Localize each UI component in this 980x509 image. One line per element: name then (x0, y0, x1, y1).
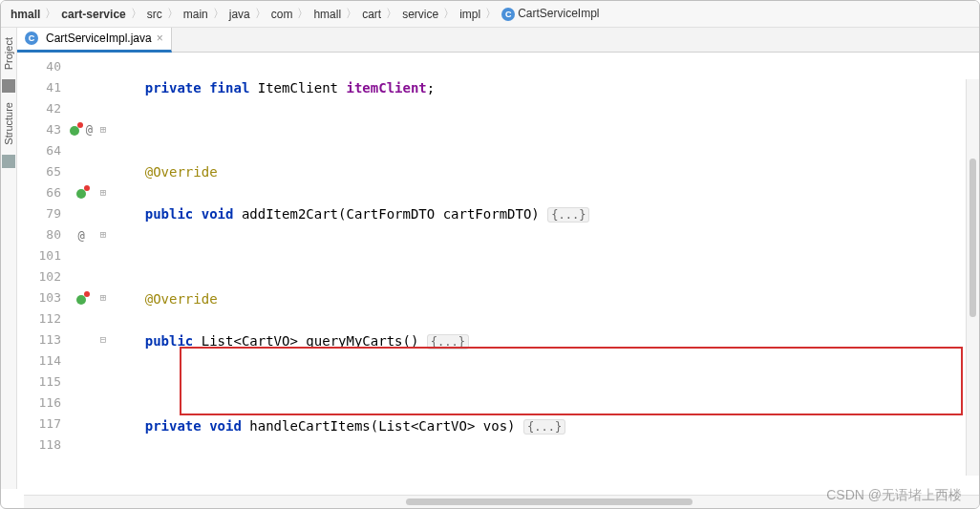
project-tool-icon[interactable] (2, 79, 15, 93)
crumb[interactable]: impl (458, 8, 482, 21)
left-toolwindow-bar: Project Structure (1, 28, 17, 489)
class-icon: C (501, 8, 515, 21)
crumb[interactable]: cart-service (59, 8, 127, 21)
fold-toggle-icon[interactable]: ⊟ (94, 329, 113, 350)
override-marker-icon[interactable] (76, 189, 86, 199)
crumb-current[interactable]: CCartServiceImpl (500, 7, 601, 21)
folded-block[interactable]: {...} (427, 334, 469, 350)
folded-block[interactable]: {...} (523, 419, 565, 435)
chevron-right-icon: 〉 (130, 6, 143, 22)
editor-tabs: C CartServiceImpl.java × (17, 28, 980, 53)
code-content[interactable]: private final ItemClient itemClient; @Ov… (113, 53, 980, 489)
chevron-right-icon: 〉 (212, 6, 225, 22)
ide-window: hmall〉 cart-service〉 src〉 main〉 java〉 co… (0, 0, 980, 509)
fold-toggle-icon[interactable]: ⊞ (94, 287, 113, 308)
chevron-right-icon: 〉 (166, 6, 180, 22)
crumb[interactable]: src (145, 8, 164, 21)
override-marker-icon[interactable] (70, 126, 79, 136)
scrollbar-thumb[interactable] (406, 498, 692, 505)
crumb[interactable]: hmall (311, 8, 343, 21)
crumb[interactable]: hmall (9, 8, 42, 21)
chevron-right-icon: 〉 (385, 6, 398, 22)
crumb[interactable]: java (227, 8, 252, 21)
crumb[interactable]: com (269, 8, 295, 21)
crumb[interactable]: cart (360, 8, 383, 21)
chevron-right-icon: 〉 (442, 6, 456, 22)
structure-tool-icon[interactable] (2, 155, 15, 168)
vertical-scrollbar[interactable] (966, 79, 979, 476)
editor-tab[interactable]: C CartServiceImpl.java × (17, 28, 172, 53)
project-tool-tab[interactable]: Project (1, 32, 16, 75)
code-editor[interactable]: 4041424364656679801011021031121131141151… (17, 53, 980, 489)
chevron-right-icon: 〉 (345, 6, 358, 22)
chevron-right-icon: 〉 (484, 6, 498, 22)
fold-toggle-icon[interactable]: ⊞ (94, 119, 113, 140)
chevron-right-icon: 〉 (254, 6, 267, 22)
scrollbar-thumb[interactable] (969, 159, 976, 317)
structure-tool-tab[interactable]: Structure (1, 96, 16, 151)
crumb[interactable]: service (400, 8, 440, 21)
chevron-right-icon: 〉 (296, 6, 309, 22)
folded-block[interactable]: {...} (547, 207, 589, 223)
fold-toggle-icon[interactable]: ⊞ (94, 224, 113, 245)
gutter-markers: @ @ (69, 53, 94, 489)
fold-column: ⊞ ⊞ ⊞ ⊞ ⊟ (94, 53, 113, 489)
tab-label: CartServiceImpl.java (46, 32, 152, 45)
crumb[interactable]: main (181, 8, 210, 21)
line-numbers: 4041424364656679801011021031121131141151… (17, 53, 69, 489)
override-marker-icon[interactable] (76, 295, 86, 305)
horizontal-scrollbar[interactable] (24, 495, 979, 508)
close-icon[interactable]: × (157, 32, 163, 45)
class-icon: C (25, 32, 38, 45)
breadcrumb: hmall〉 cart-service〉 src〉 main〉 java〉 co… (1, 1, 979, 28)
fold-toggle-icon[interactable]: ⊞ (94, 182, 113, 203)
chevron-right-icon: 〉 (44, 6, 57, 22)
editor-area: C CartServiceImpl.java × 404142436465667… (17, 28, 980, 489)
